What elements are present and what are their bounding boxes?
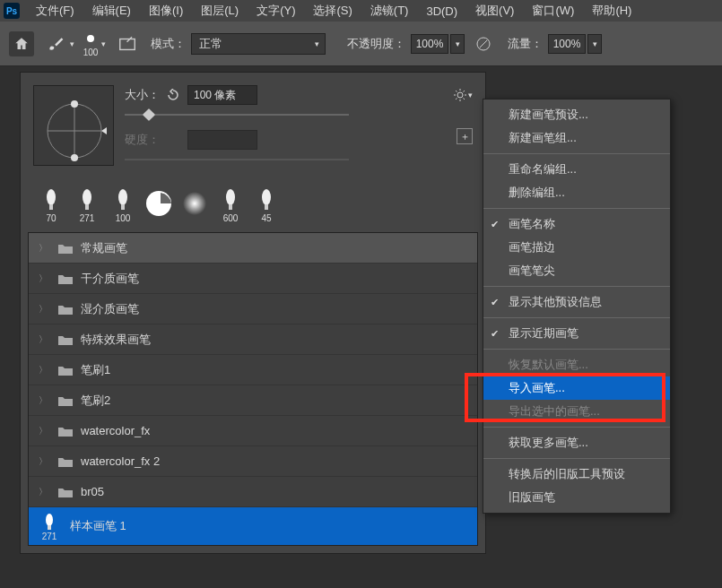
recent-brush[interactable]: 600 [213,184,248,223]
recent-brush[interactable] [141,184,177,223]
menu-view[interactable]: 视图(V) [466,3,523,19]
folder-row[interactable]: 〉湿介质画笔 [29,294,477,324]
brush-panel-menu: 新建画笔预设...新建画笔组...重命名编组...删除编组...画笔名称画笔描边… [483,99,671,514]
folder-row[interactable]: 〉笔刷1 [29,355,477,385]
hardness-slider[interactable] [125,159,349,160]
pressure-icon [475,36,491,52]
folder-name: 笔刷1 [81,362,110,378]
recent-brush[interactable]: 45 [248,184,284,223]
menu-item[interactable]: 旧版画笔 [483,486,670,509]
folder-icon [57,394,74,407]
home-button[interactable] [9,31,34,56]
menu-separator [483,458,670,459]
brush-folders: 〉常规画笔〉干介质画笔〉湿介质画笔〉特殊效果画笔〉笔刷1〉笔刷2〉waterco… [28,232,478,546]
brush-preset-selected[interactable]: 271样本画笔 1 [29,507,477,545]
menu-help[interactable]: 帮助(H) [583,3,640,19]
folder-row[interactable]: 〉干介质画笔 [29,264,477,294]
menu-item[interactable]: 画笔描边 [483,236,670,259]
chevron-right-icon: 〉 [36,394,50,407]
brush-icon [47,35,65,53]
menu-item[interactable]: 画笔名称 [483,212,670,236]
menu-file[interactable]: 文件(F) [27,3,83,19]
folder-icon [57,303,74,316]
folder-row[interactable]: 〉特殊效果画笔 [29,324,477,355]
create-preset-button[interactable]: ＋ [457,128,473,144]
brush-thumb-icon [250,185,283,213]
chevron-right-icon: 〉 [36,333,50,346]
flow-input[interactable]: 100% [548,34,586,54]
menu-item[interactable]: 重命名编组... [483,158,670,181]
menu-layer[interactable]: 图层(L) [192,3,248,19]
chevron-right-icon: 〉 [36,455,50,468]
menu-window[interactable]: 窗口(W) [523,3,583,19]
folder-name: 干介质画笔 [81,271,139,287]
menu-separator [483,317,670,318]
menu-edit[interactable]: 编辑(E) [83,3,140,19]
size-label: 大小： [125,87,164,103]
size-slider[interactable] [125,114,349,116]
folder-icon [57,333,74,346]
menu-image[interactable]: 图像(I) [140,3,192,19]
svg-rect-22 [48,525,51,530]
recent-brush[interactable] [177,184,213,223]
options-bar: ▾ 100 ▾ 模式： 正常 不透明度： 100% ▾ 流量： 100% ▾ [0,22,722,66]
brush-preview[interactable]: 100 [82,30,100,57]
folder-row[interactable]: 〉常规画笔 [29,233,477,264]
mode-value: 正常 [199,36,222,52]
menu-item[interactable]: 转换后的旧版工具预设 [483,463,670,486]
menu-item[interactable]: 导出选中的画笔... [483,400,670,423]
mode-dropdown[interactable]: 正常 [191,33,326,55]
menu-separator [483,286,670,287]
reset-size-button[interactable] [164,86,182,104]
menu-3d[interactable]: 3D(D) [417,4,466,18]
menu-item[interactable]: 获取更多画笔... [483,431,670,454]
brush-picker-chevron[interactable]: ▾ [101,39,106,48]
recent-brush[interactable]: 70 [33,184,69,223]
tool-preset-chevron[interactable]: ▾ [70,39,74,48]
folder-row[interactable]: 〉watercolor_fx [29,416,477,446]
folder-icon [57,486,74,498]
menu-item[interactable]: 显示近期画笔 [483,322,670,345]
hardness-input[interactable] [187,130,257,150]
flow-chevron[interactable]: ▾ [587,34,602,54]
folder-row[interactable]: 〉br05 [29,477,477,507]
brush-thumb-num: 45 [261,213,271,223]
menu-item[interactable]: 新建画笔预设... [483,103,670,126]
svg-point-19 [262,189,271,205]
opacity-input[interactable]: 100% [411,34,448,54]
brush-preset-thumb: 271 [36,510,63,542]
folder-row[interactable]: 〉笔刷2 [29,385,477,416]
size-input[interactable] [187,85,257,105]
menu-select[interactable]: 选择(S) [304,3,361,19]
svg-rect-20 [265,204,268,210]
brush-thumb-icon [214,185,247,213]
menu-item[interactable]: 新建画笔组... [483,126,670,150]
brush-thumb-icon [143,189,175,218]
folder-row[interactable]: 〉watercolor_fx 2 [29,446,477,477]
menu-separator [483,153,670,154]
menu-type[interactable]: 文字(Y) [248,3,304,19]
reset-icon [167,89,179,101]
recent-brush[interactable]: 100 [105,184,141,223]
brush-settings-button[interactable] [115,31,140,56]
menu-item[interactable]: 画笔笔尖 [483,259,670,282]
menu-filter[interactable]: 滤镜(T) [361,3,418,19]
brush-picker-panel: 大小： 硬度： ▾ ＋ 7027110060045 [20,72,486,554]
recent-brush[interactable]: 271 [69,184,105,223]
chevron-right-icon: 〉 [36,303,50,316]
svg-rect-12 [85,204,89,210]
gear-icon [453,88,467,102]
opacity-label: 不透明度： [347,36,405,52]
brush-angle-icon [34,86,115,167]
svg-rect-18 [229,204,232,210]
pressure-opacity-button[interactable] [474,34,493,54]
brush-tool-button[interactable] [43,31,68,56]
menu-item[interactable]: 删除编组... [483,181,670,204]
panel-menu-button[interactable]: ▾ [453,85,473,105]
menu-item[interactable]: 恢复默认画笔... [483,353,670,376]
menu-separator [483,208,670,209]
brush-angle-preview[interactable] [33,85,114,166]
menu-item[interactable]: 导入画笔... [483,376,670,400]
opacity-chevron[interactable]: ▾ [450,34,465,54]
menu-item[interactable]: 显示其他预设信息 [483,290,670,314]
